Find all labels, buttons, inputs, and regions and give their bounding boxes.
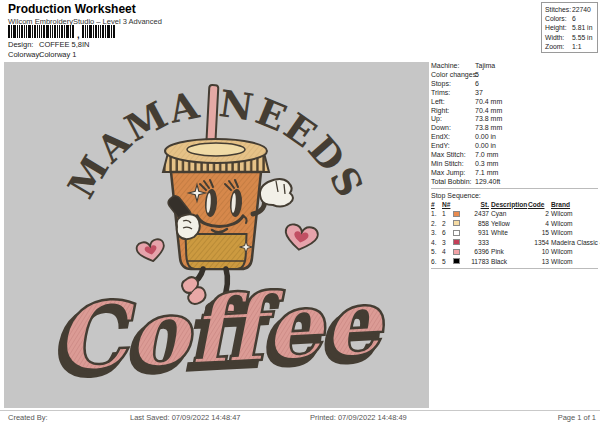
machine-info-label: EndX: bbox=[431, 133, 475, 142]
cell-brand: Madeira Classic 40 bbox=[551, 238, 600, 248]
barcode-bar bbox=[8, 25, 10, 38]
barcode-bar bbox=[52, 25, 53, 38]
barcode-bar bbox=[11, 25, 12, 38]
stats-value: 6 bbox=[572, 14, 576, 23]
stats-value: 1:1 bbox=[572, 42, 581, 51]
machine-info-value: 129.40ft bbox=[475, 178, 500, 187]
machine-info-value: 70.4 mm bbox=[475, 98, 502, 107]
machine-info-label: Max Stitch: bbox=[431, 151, 475, 160]
machine-info-value: 6 bbox=[475, 80, 479, 89]
stats-label: Height: bbox=[545, 23, 572, 32]
machine-info-row: Trims:37 bbox=[431, 89, 598, 98]
stop-sequence-table: #N#St.DescriptionCodeBrand1.12437Cyan2Wi… bbox=[431, 200, 598, 270]
footer-divider bbox=[0, 410, 600, 411]
machine-info-value: 0.00 in bbox=[475, 142, 496, 151]
cell-n: 5 bbox=[442, 257, 451, 267]
machine-info-label: EndY: bbox=[431, 142, 475, 151]
footer-last-saved: Last Saved: 07/09/2022 14:48:47 bbox=[130, 413, 241, 422]
machine-info-row: EndY:0.00 in bbox=[431, 142, 598, 151]
stop-sequence-section: Stop Sequence: #N#St.DescriptionCodeBran… bbox=[431, 188, 598, 270]
stats-row: Colors:6 bbox=[545, 14, 595, 23]
cell-code: 15 bbox=[528, 228, 549, 238]
cell-num: 4. bbox=[431, 238, 440, 248]
thread-color-swatch bbox=[453, 258, 460, 264]
machine-info-value: 0.3 mm bbox=[475, 160, 498, 169]
stop-sequence-row: 1.12437Cyan2Wilcom bbox=[431, 209, 598, 219]
cell-stitches: 6396 bbox=[466, 247, 489, 257]
barcode-bar bbox=[82, 25, 84, 38]
barcode-bar bbox=[107, 25, 110, 38]
cell-code: 2 bbox=[528, 209, 549, 219]
cell-brand: Wilcom bbox=[551, 219, 598, 229]
cell-stitches: 2437 bbox=[466, 209, 489, 219]
cell-code: 1354 bbox=[528, 238, 549, 248]
barcode-bar bbox=[21, 25, 23, 38]
barcode-bar bbox=[43, 25, 45, 38]
machine-info-label: Stops: bbox=[431, 80, 475, 89]
barcode-bar bbox=[41, 25, 42, 38]
machine-info-row: Machine:Tajima bbox=[431, 62, 598, 71]
machine-info-row: Stops:6 bbox=[431, 80, 598, 89]
machine-info-value: 7.0 mm bbox=[475, 151, 498, 160]
cell-n: 6 bbox=[442, 228, 451, 238]
info-panel: Machine:TajimaColor changes:5Stops:6Trim… bbox=[431, 62, 598, 269]
cell-description: Cyan bbox=[491, 209, 526, 219]
script-word: Coffee Coffee bbox=[46, 267, 389, 399]
cell-num: 5. bbox=[431, 247, 440, 257]
stats-value: 5.81 in bbox=[572, 23, 592, 32]
barcode-bar bbox=[66, 25, 69, 38]
cell-description: Yellow bbox=[491, 219, 526, 229]
barcode-bar bbox=[72, 25, 74, 38]
footer-printed: Printed: 07/09/2022 14:48:49 bbox=[310, 413, 407, 422]
barcode-bar bbox=[37, 25, 38, 38]
machine-info-row: Max Jump:7.1 mm bbox=[431, 169, 598, 178]
machine-info-value: Tajima bbox=[475, 62, 495, 71]
barcode-separator: , bbox=[77, 33, 80, 38]
machine-info-row: Down:73.8 mm bbox=[431, 124, 598, 133]
cup-bottom-band bbox=[186, 234, 247, 269]
stop-sequence-row: 6.511783Black13Wilcom bbox=[431, 257, 598, 267]
stats-row: Height:5.81 in bbox=[545, 23, 595, 32]
machine-info-value: 37 bbox=[475, 89, 483, 98]
design-stats-box: Stitches:22740Colors:6Height:5.81 inWidt… bbox=[541, 2, 598, 53]
machine-info-value: 73.8 mm bbox=[475, 115, 502, 124]
cell-stitches: 11783 bbox=[466, 257, 489, 267]
machine-info-row: Up:73.8 mm bbox=[431, 115, 598, 124]
cell-code: 4 bbox=[528, 219, 549, 229]
barcode-bar bbox=[32, 25, 33, 38]
col-st: St. bbox=[466, 200, 489, 210]
cell-brand: Wilcom bbox=[551, 257, 598, 267]
col-num: # bbox=[431, 200, 440, 210]
barcode-bar bbox=[28, 25, 31, 38]
machine-info-row: EndX:0.00 in bbox=[431, 133, 598, 142]
machine-info-label: Trims: bbox=[431, 89, 475, 98]
barcode-bar bbox=[105, 25, 106, 38]
barcode-bar bbox=[57, 25, 58, 38]
cell-stitches: 931 bbox=[466, 228, 489, 238]
machine-info-value: 5 bbox=[475, 71, 479, 80]
barcode-bar bbox=[13, 25, 16, 38]
barcode-bar bbox=[64, 25, 65, 38]
col-code: Code bbox=[528, 200, 549, 210]
barcode-bar bbox=[26, 25, 27, 38]
barcode-bar bbox=[87, 25, 88, 38]
machine-info-row: Color changes:5 bbox=[431, 71, 598, 80]
machine-info-label: Left: bbox=[431, 98, 475, 107]
barcode-bar bbox=[17, 25, 18, 38]
col-n: N# bbox=[442, 200, 451, 210]
barcode-bar bbox=[39, 25, 40, 38]
heart-left bbox=[136, 238, 167, 264]
cell-description: Black bbox=[491, 257, 526, 267]
machine-info-value: 7.1 mm bbox=[475, 169, 498, 178]
stop-sequence-row: 4.33331354Madeira Classic 40 bbox=[431, 238, 598, 248]
thread-color-swatch bbox=[453, 211, 460, 217]
cell-num: 2. bbox=[431, 219, 440, 229]
footer-created-by: Created By: bbox=[8, 413, 48, 422]
machine-info-label: Up: bbox=[431, 115, 475, 124]
barcode-bar bbox=[95, 25, 97, 38]
cell-stitches: 858 bbox=[466, 219, 489, 229]
machine-info-row: Right:70.4 mm bbox=[431, 107, 598, 116]
design-value: COFFEE 5,8IN bbox=[39, 40, 89, 49]
cell-num: 1. bbox=[431, 209, 440, 219]
col-brand: Brand bbox=[551, 200, 598, 210]
